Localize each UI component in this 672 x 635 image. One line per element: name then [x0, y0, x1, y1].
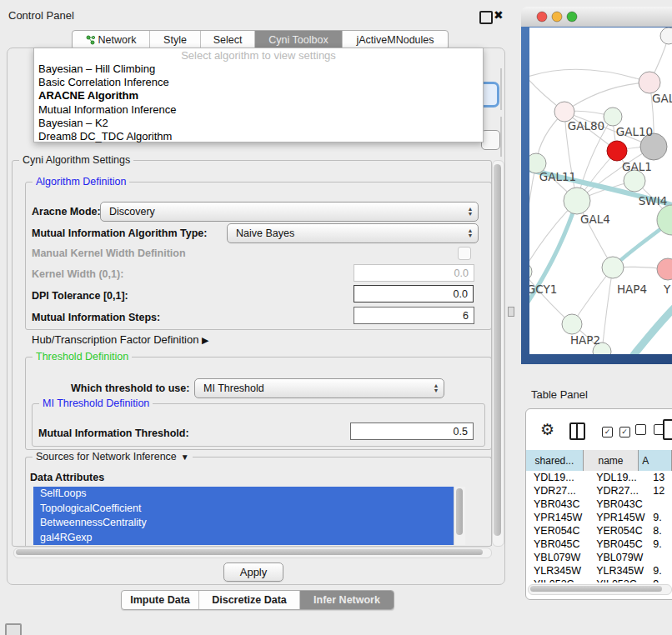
list-vertical-scrollbar[interactable]	[454, 487, 465, 545]
list-item-topologicalcoefficient[interactable]: TopologicalCoefficient	[33, 502, 454, 517]
table-hscroll-thumb[interactable]	[530, 586, 662, 592]
cyni-algorithm-settings-title: Cyni Algorithm Settings	[19, 154, 133, 166]
table-row[interactable]: YIL052C YIL052C 9	[526, 578, 672, 582]
table-rows: YDL19... YDL19... 13 YDR27... YDR27... 1…	[526, 471, 672, 582]
cell-value: 9.	[650, 538, 672, 551]
tab-infer-network[interactable]: Infer Network	[299, 591, 394, 609]
column-header-name[interactable]: name	[584, 450, 639, 471]
hidden-combobox-fragment	[481, 130, 500, 150]
checkbox-unchecked-icon	[635, 424, 646, 435]
select-all-columns-icon[interactable]: ✓ ✓	[602, 424, 630, 438]
tab-cyni-toolbox[interactable]: Cyni Toolbox	[254, 31, 342, 49]
node-gal4[interactable]	[564, 188, 590, 214]
tab-discretize-data[interactable]: Discretize Data	[198, 591, 299, 609]
kernel-width-field[interactable]: 0.0	[354, 264, 474, 282]
mi-threshold-field[interactable]: 0.5	[350, 422, 474, 440]
popup-item-bayesian-hill-climbing[interactable]: Bayesian – Hill Climbing	[34, 62, 483, 76]
cell-value: 13	[650, 471, 672, 484]
table-row[interactable]: YDR27... YDR27... 12	[526, 484, 672, 498]
settings-vscroll-thumb[interactable]	[494, 164, 501, 536]
popup-item-mutual-information[interactable]: Mutual Information Inference	[34, 103, 483, 117]
zoom-window-icon[interactable]	[567, 12, 577, 22]
cell-name: YBL079W	[589, 551, 650, 564]
list-scrollbar-thumb[interactable]	[456, 488, 463, 535]
settings-horizontal-scrollbar[interactable]	[13, 548, 492, 558]
mi-algorithm-type-label: Mutual Information Algorithm Type:	[32, 228, 207, 239]
dpi-tolerance-field[interactable]: 0.0	[354, 285, 474, 302]
column-header-shared-name[interactable]: shared...	[526, 450, 584, 471]
node-label: Y	[663, 282, 671, 296]
bottom-tabs: Impute Data Discretize Data Infer Networ…	[121, 590, 394, 610]
tab-impute-data[interactable]: Impute Data	[122, 591, 198, 609]
sources-group-header[interactable]: Sources for Network Inference ▼	[33, 451, 193, 462]
manual-kernel-width-checkbox[interactable]	[458, 247, 471, 260]
column-header-partial[interactable]: A	[639, 450, 672, 471]
network-window-titlebar[interactable]	[521, 7, 672, 28]
cell-name: YDL19...	[589, 471, 650, 484]
list-item-selfloops[interactable]: SelfLoops	[33, 487, 454, 502]
tab-network-label: Network	[98, 34, 137, 46]
cell-name: YBR043C	[589, 498, 650, 511]
node-gal10[interactable]	[604, 108, 622, 126]
tab-select[interactable]: Select	[200, 31, 254, 49]
cell-name: YBR045C	[589, 538, 650, 551]
table-row[interactable]: YBR043C YBR043C	[526, 498, 672, 511]
node-gcy1[interactable]	[529, 262, 532, 281]
mi-steps-field[interactable]: 6	[354, 307, 474, 324]
settings-hscroll-thumb[interactable]	[16, 549, 483, 555]
node-hap4[interactable]	[602, 257, 624, 278]
network-view-canvas[interactable]: GAL GAL80 GAL10 GAL1 GAL11 SWI4 GAL4 GCY…	[529, 28, 672, 354]
mi-algorithm-type-select[interactable]: Naive Bayes ▲▼	[227, 223, 479, 243]
minimize-window-icon[interactable]	[552, 12, 562, 22]
table-row[interactable]: YLR345W YLR345W 9.	[526, 564, 672, 578]
tab-network[interactable]: Network	[73, 31, 149, 49]
close-window-icon[interactable]	[537, 12, 547, 22]
cell-name: YDR27...	[589, 484, 650, 498]
minimized-panel-icon[interactable]	[5, 623, 22, 635]
table-settings-gear-icon[interactable]: ⚙	[540, 420, 554, 439]
tab-style[interactable]: Style	[149, 31, 200, 49]
hidden-groupbox-edge	[500, 68, 502, 110]
network-node-labels: GAL GAL80 GAL10 GAL1 GAL11 SWI4 GAL4 GCY…	[529, 92, 672, 347]
expanded-arrow-icon: ▼	[181, 452, 189, 462]
float-panel-icon[interactable]	[479, 11, 493, 24]
tab-jactivemnodules[interactable]: jActiveMNodules	[342, 31, 448, 49]
window-traffic-lights	[536, 11, 581, 22]
screen: Control Panel ✖ Network Style Select Cyn…	[0, 0, 672, 635]
list-item-gal4rgexp[interactable]: gal4RGexp	[33, 531, 454, 546]
node-label: HAP2	[570, 333, 600, 347]
table-row[interactable]: YER054C YER054C 8.	[526, 524, 672, 538]
node[interactable]	[639, 72, 660, 93]
popup-item-dream8[interactable]: Dream8 DC_TDC Algorithm	[34, 130, 483, 143]
cell-value: 9	[650, 578, 672, 582]
node-hap2[interactable]	[562, 314, 582, 334]
export-table-icon[interactable]	[663, 419, 672, 440]
deselect-all-columns-icon[interactable]	[635, 424, 664, 438]
popup-item-bayesian-k2[interactable]: Bayesian – K2	[34, 117, 483, 130]
panel-splitter-handle[interactable]	[508, 307, 514, 317]
node-selected-red[interactable]	[607, 141, 627, 161]
aracne-mode-select[interactable]: Discovery ▲▼	[100, 202, 479, 222]
settings-vertical-scrollbar[interactable]	[492, 160, 504, 547]
apply-button[interactable]: Apply	[223, 562, 283, 582]
dpi-tolerance-label: DPI Tolerance [0,1]:	[32, 290, 128, 302]
table-row[interactable]: YBL079W YBL079W	[526, 551, 672, 564]
cell-shared-name: YLR345W	[526, 564, 589, 578]
node[interactable]	[660, 28, 672, 44]
threshold-definition-title: Threshold Definition	[33, 351, 132, 362]
list-item-betweennesscentrality[interactable]: BetweennessCentrality	[33, 516, 454, 531]
tab-style-label: Style	[163, 34, 187, 46]
which-threshold-select[interactable]: MI Threshold ▲▼	[194, 378, 444, 398]
table-row[interactable]: YDL19... YDL19... 13	[526, 471, 672, 484]
popup-item-basic-correlation[interactable]: Basic Correlation Inference	[34, 76, 483, 89]
hub-tf-definition-toggle[interactable]: Hub/Transcription Factor Definition ▶	[32, 333, 208, 346]
hub-tf-definition-label: Hub/Transcription Factor Definition	[32, 333, 198, 346]
table-horizontal-scrollbar[interactable]	[528, 584, 672, 595]
node-salmon[interactable]	[657, 258, 672, 280]
popup-item-aracne[interactable]: ARACNE Algorithm	[34, 89, 483, 102]
table-row[interactable]: YBR045C YBR045C 9.	[526, 538, 672, 551]
close-panel-icon[interactable]: ✖	[494, 8, 504, 22]
sources-group-title: Sources for Network Inference	[36, 451, 177, 462]
show-columns-icon[interactable]	[569, 422, 585, 440]
table-row[interactable]: YPR145W YPR145W 9.	[526, 511, 672, 524]
